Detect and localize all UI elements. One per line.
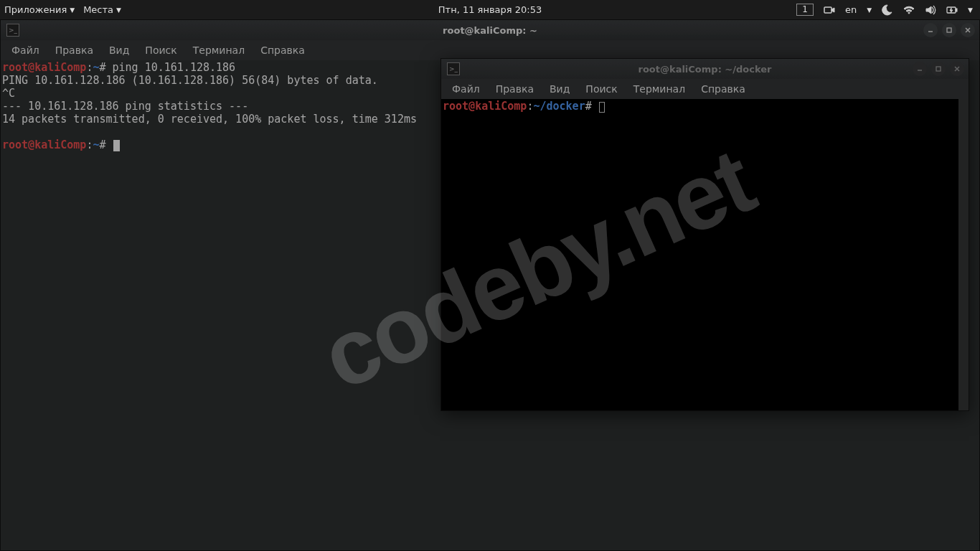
menu-terminal[interactable]: Терминал bbox=[187, 42, 251, 58]
clock[interactable]: Птн, 11 января 20:53 bbox=[438, 4, 542, 15]
menu-edit[interactable]: Правка bbox=[49, 42, 100, 58]
chevron-down-icon: ▼ bbox=[70, 6, 75, 14]
terminal-window-2[interactable]: >_ root@kaliComp: ~/docker Файл Правка В… bbox=[440, 58, 969, 411]
chevron-down-icon: ▼ bbox=[116, 6, 121, 14]
terminal1-titlebar[interactable]: >_ root@kaliComp: ~ bbox=[1, 20, 979, 40]
chevron-down-icon: ▼ bbox=[867, 6, 872, 14]
terminal2-menubar: Файл Правка Вид Поиск Терминал Справка bbox=[441, 79, 969, 99]
terminal2-scrollbar[interactable] bbox=[958, 99, 969, 410]
gnome-top-bar: Приложения▼ Места▼ Птн, 11 января 20:53 … bbox=[0, 0, 980, 19]
terminal1-menubar: Файл Правка Вид Поиск Терминал Справка bbox=[1, 40, 979, 60]
battery-icon[interactable] bbox=[946, 4, 958, 16]
chevron-down-icon: ▼ bbox=[968, 6, 973, 14]
applications-menu[interactable]: Приложения▼ bbox=[0, 0, 79, 19]
svg-rect-6 bbox=[936, 67, 941, 71]
menu-help[interactable]: Справка bbox=[694, 81, 752, 97]
cursor-icon bbox=[113, 140, 120, 151]
menu-terminal[interactable]: Терминал bbox=[627, 81, 692, 97]
maximize-button[interactable] bbox=[931, 62, 946, 76]
terminal2-titlebar[interactable]: >_ root@kaliComp: ~/docker bbox=[441, 59, 969, 79]
volume-icon[interactable] bbox=[925, 4, 936, 16]
places-menu[interactable]: Места▼ bbox=[79, 0, 126, 19]
svg-rect-4 bbox=[947, 28, 951, 32]
terminal2-title: root@kaliComp: ~/docker bbox=[639, 64, 772, 75]
menu-help[interactable]: Справка bbox=[254, 42, 311, 58]
cursor-icon bbox=[599, 102, 605, 113]
night-light-icon[interactable] bbox=[882, 4, 893, 16]
minimize-button[interactable] bbox=[923, 23, 938, 37]
menu-search[interactable]: Поиск bbox=[579, 81, 623, 97]
keyboard-layout-indicator[interactable]: en bbox=[845, 4, 857, 15]
menu-edit[interactable]: Правка bbox=[489, 81, 540, 97]
menu-view[interactable]: Вид bbox=[543, 81, 576, 97]
terminal-icon: >_ bbox=[6, 24, 19, 37]
terminal-icon: >_ bbox=[447, 62, 460, 75]
menu-search[interactable]: Поиск bbox=[138, 42, 183, 58]
wifi-icon[interactable] bbox=[903, 4, 915, 16]
system-tray: 1 en ▼ ▼ bbox=[796, 4, 980, 16]
camera-icon[interactable] bbox=[824, 4, 835, 16]
menu-file[interactable]: Файл bbox=[5, 42, 46, 58]
maximize-button[interactable] bbox=[942, 23, 956, 37]
minimize-button[interactable] bbox=[913, 62, 927, 76]
close-button[interactable] bbox=[950, 62, 964, 76]
svg-rect-2 bbox=[956, 9, 957, 11]
terminal2-body[interactable]: root@kaliComp:~/docker# bbox=[441, 99, 969, 410]
svg-rect-0 bbox=[824, 7, 831, 13]
workspace-indicator[interactable]: 1 bbox=[796, 4, 814, 16]
menu-file[interactable]: Файл bbox=[446, 81, 486, 97]
applications-label: Приложения bbox=[4, 4, 67, 15]
menu-view[interactable]: Вид bbox=[103, 42, 136, 58]
terminal1-title: root@kaliComp: ~ bbox=[443, 25, 537, 36]
places-label: Места bbox=[83, 4, 113, 15]
close-button[interactable] bbox=[961, 23, 975, 37]
